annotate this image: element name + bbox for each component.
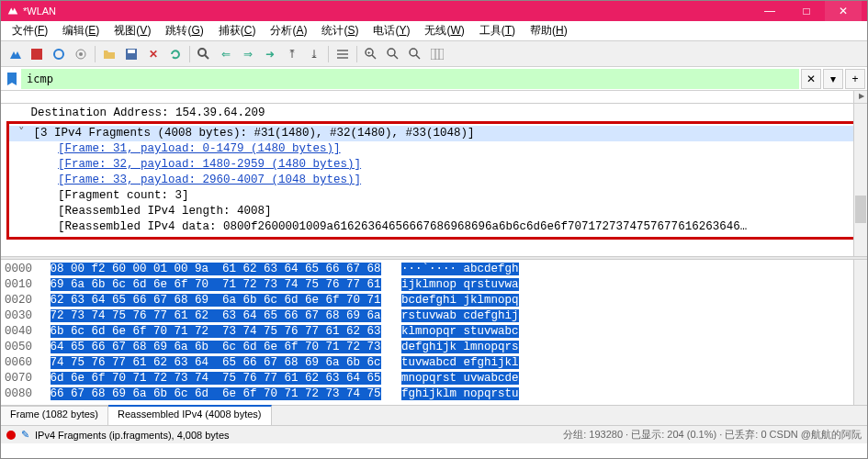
reassembled-data[interactable]: [Reassembled IPv4 data: 0800f2600001009a… bbox=[9, 219, 853, 235]
svg-line-7 bbox=[205, 55, 209, 59]
hex-row[interactable]: 0040 6b 6c 6d 6e 6f 70 71 72 73 74 75 76… bbox=[5, 324, 863, 340]
tab-frame[interactable]: Frame (1082 bytes) bbox=[1, 406, 108, 425]
menu-statistics[interactable]: 统计(S) bbox=[314, 21, 366, 40]
menu-go[interactable]: 跳转(G) bbox=[158, 21, 210, 40]
menu-edit[interactable]: 编辑(E) bbox=[55, 21, 107, 40]
menu-wireless[interactable]: 无线(W) bbox=[417, 21, 471, 40]
open-icon[interactable] bbox=[99, 44, 119, 64]
menu-file[interactable]: 文件(F) bbox=[5, 21, 55, 40]
menu-telephony[interactable]: 电话(Y) bbox=[366, 21, 417, 40]
clear-filter-icon[interactable]: ✕ bbox=[801, 69, 821, 89]
find-icon[interactable] bbox=[194, 44, 214, 64]
wireshark-icon bbox=[6, 5, 19, 17]
svg-point-6 bbox=[198, 49, 206, 56]
prev-icon[interactable]: ⇐ bbox=[216, 44, 236, 64]
zoom-out-icon[interactable] bbox=[383, 44, 403, 64]
maximize-button[interactable]: □ bbox=[788, 1, 825, 21]
svg-rect-5 bbox=[128, 50, 135, 53]
svg-line-17 bbox=[416, 55, 420, 59]
restart-capture-icon[interactable] bbox=[49, 44, 69, 64]
hex-dump[interactable]: 0000 08 00 f2 60 00 01 00 9a 61 62 63 64… bbox=[1, 260, 867, 405]
svg-rect-0 bbox=[31, 49, 42, 60]
menubar: 文件(F) 编辑(E) 视图(V) 跳转(G) 捕获(C) 分析(A) 统计(S… bbox=[1, 21, 867, 41]
packet-list[interactable] bbox=[1, 91, 867, 104]
goto-icon[interactable]: ➜ bbox=[260, 44, 280, 64]
zoom-in-icon[interactable]: + bbox=[361, 44, 381, 64]
svg-point-14 bbox=[388, 49, 395, 56]
stop-capture-icon[interactable] bbox=[27, 44, 47, 64]
reload-icon[interactable] bbox=[165, 44, 186, 64]
status-text: IPv4 Fragments (ip.fragments), 4,008 byt… bbox=[35, 430, 563, 441]
add-filter-button[interactable]: + bbox=[845, 69, 865, 89]
svg-line-12 bbox=[372, 55, 376, 59]
frame-link[interactable]: [Frame: 33, payload: 2960-4007 (1048 byt… bbox=[9, 173, 853, 188]
status-icon: ✎ bbox=[21, 429, 29, 441]
resize-cols-icon[interactable] bbox=[427, 44, 447, 64]
packet-details[interactable]: Destination Address: 154.39.64.209 ˅ [3 … bbox=[1, 104, 867, 256]
filter-dropdown-icon[interactable]: ▾ bbox=[823, 69, 843, 89]
hex-row[interactable]: 0060 74 75 76 77 61 62 63 64 65 66 67 68… bbox=[5, 355, 863, 371]
fragments-group: ˅ [3 IPv4 Fragments (4008 bytes): #31(14… bbox=[6, 121, 856, 240]
frame-link[interactable]: [Frame: 31, payload: 0-1479 (1480 bytes)… bbox=[9, 141, 853, 157]
svg-point-16 bbox=[410, 49, 417, 56]
last-icon[interactable]: ⤓ bbox=[304, 44, 324, 64]
start-capture-icon[interactable] bbox=[5, 44, 25, 64]
hex-row[interactable]: 0030 72 73 74 75 76 77 61 62 63 64 65 66… bbox=[5, 308, 863, 324]
menu-analyze[interactable]: 分析(A) bbox=[263, 21, 314, 40]
scrollbar-icon[interactable] bbox=[853, 91, 867, 103]
titlebar[interactable]: *WLAN — □ ✕ bbox=[1, 1, 867, 21]
bookmark-icon[interactable] bbox=[3, 70, 21, 88]
hex-row[interactable]: 0050 64 65 66 67 68 69 6a 6b 6c 6d 6e 6f… bbox=[5, 340, 863, 355]
svg-rect-18 bbox=[431, 49, 444, 60]
svg-text:+: + bbox=[367, 50, 371, 55]
detail-scrollbar[interactable] bbox=[853, 104, 867, 256]
statusbar: ✎ IPv4 Fragments (ip.fragments), 4,008 b… bbox=[1, 425, 867, 443]
svg-rect-10 bbox=[337, 57, 348, 59]
zoom-reset-icon[interactable] bbox=[405, 44, 425, 64]
autoscroll-icon[interactable] bbox=[333, 44, 353, 64]
menu-view[interactable]: 视图(V) bbox=[107, 21, 158, 40]
window-title: *WLAN bbox=[23, 6, 751, 17]
first-icon[interactable]: ⤒ bbox=[282, 44, 302, 64]
toolbar: ✕ ⇐ ⇒ ➜ ⤒ ⤓ + bbox=[1, 41, 867, 67]
tab-reassembled[interactable]: Reassembled IPv4 (4008 bytes) bbox=[108, 405, 272, 425]
status-right: 分组: 193280 · 已显示: 204 (0.1%) · 已丢弃: 0 CS… bbox=[563, 428, 862, 442]
fragment-count[interactable]: [Fragment count: 3] bbox=[9, 188, 853, 204]
filter-input[interactable] bbox=[21, 69, 799, 89]
next-icon[interactable]: ⇒ bbox=[238, 44, 258, 64]
menu-capture[interactable]: 捕获(C) bbox=[211, 21, 264, 40]
hex-row[interactable]: 0010 69 6a 6b 6c 6d 6e 6f 70 71 72 73 74… bbox=[5, 277, 863, 293]
minimize-button[interactable]: — bbox=[751, 1, 788, 21]
hex-row[interactable]: 0080 66 67 68 69 6a 6b 6c 6d 6e 6f 70 71… bbox=[5, 386, 863, 402]
svg-point-1 bbox=[54, 50, 63, 59]
close-button[interactable]: ✕ bbox=[825, 1, 862, 21]
reassembled-length[interactable]: [Reassembled IPv4 length: 4008] bbox=[9, 204, 853, 219]
hex-scrollbar[interactable] bbox=[853, 260, 867, 405]
save-icon[interactable] bbox=[121, 44, 141, 64]
hex-row[interactable]: 0000 08 00 f2 60 00 01 00 9a 61 62 63 64… bbox=[5, 262, 863, 277]
fragments-header[interactable]: ˅ [3 IPv4 Fragments (4008 bytes): #31(14… bbox=[9, 126, 853, 141]
dest-addr-line[interactable]: Destination Address: 154.39.64.209 bbox=[3, 106, 865, 121]
menu-tools[interactable]: 工具(T) bbox=[472, 21, 523, 40]
svg-rect-9 bbox=[337, 53, 348, 55]
svg-line-15 bbox=[394, 55, 398, 59]
filter-bar: ✕ ▾ + bbox=[1, 67, 867, 91]
hex-row[interactable]: 0070 6d 6e 6f 70 71 72 73 74 75 76 77 61… bbox=[5, 371, 863, 386]
menu-help[interactable]: 帮助(H) bbox=[523, 21, 575, 40]
hex-row[interactable]: 0020 62 63 64 65 66 67 68 69 6a 6b 6c 6d… bbox=[5, 293, 863, 308]
hex-tabs: Frame (1082 bytes) Reassembled IPv4 (400… bbox=[1, 405, 867, 425]
close-file-icon[interactable]: ✕ bbox=[143, 44, 163, 64]
expert-led-icon[interactable] bbox=[6, 431, 16, 440]
options-icon[interactable] bbox=[71, 44, 91, 64]
frame-link[interactable]: [Frame: 32, payload: 1480-2959 (1480 byt… bbox=[9, 157, 853, 173]
svg-rect-8 bbox=[337, 50, 348, 51]
svg-point-3 bbox=[79, 52, 83, 56]
